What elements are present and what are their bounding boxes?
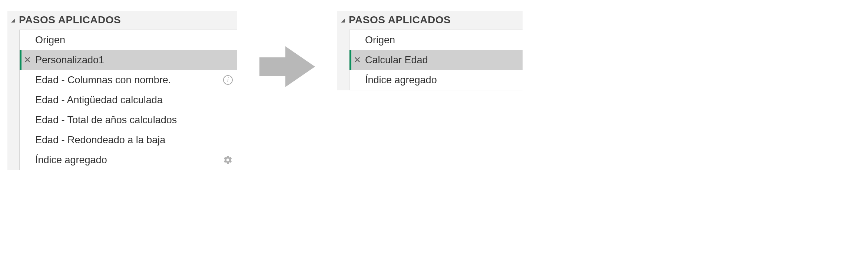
step-edad-total-anos[interactable]: Edad - Total de años calculados	[20, 110, 237, 130]
panel-title: PASOS APLICADOS	[349, 14, 451, 26]
step-label: Índice agregado	[35, 154, 221, 166]
step-label: Edad - Redondeado a la baja	[35, 134, 233, 146]
steps-list-before: Origen ✕ Personalizado1 Edad - Columnas …	[19, 30, 237, 170]
delete-step-icon[interactable]: ✕	[349, 55, 365, 65]
panel-header[interactable]: ◢ PASOS APLICADOS	[337, 11, 523, 28]
arrow-icon	[259, 44, 315, 89]
panel-header[interactable]: ◢ PASOS APLICADOS	[7, 11, 237, 28]
step-calcular-edad[interactable]: ✕ Calcular Edad	[349, 50, 523, 70]
step-label: Calcular Edad	[365, 54, 518, 66]
info-icon[interactable]: i	[223, 75, 233, 85]
step-indice-agregado[interactable]: Índice agregado	[20, 150, 237, 170]
step-label: Índice agregado	[365, 74, 518, 86]
step-edad-redondeado[interactable]: Edad - Redondeado a la baja	[20, 130, 237, 150]
step-label: Edad - Total de años calculados	[35, 114, 233, 126]
step-edad-columnas[interactable]: Edad - Columnas con nombre. i	[20, 70, 237, 90]
step-personalizado1[interactable]: ✕ Personalizado1	[20, 50, 237, 70]
applied-steps-panel-before: ◢ PASOS APLICADOS Origen ✕ Personalizado…	[7, 11, 237, 170]
panel-title: PASOS APLICADOS	[19, 14, 121, 26]
collapse-icon[interactable]: ◢	[11, 17, 15, 23]
step-edad-antiguedad[interactable]: Edad - Antigüedad calculada	[20, 90, 237, 110]
step-label: Origen	[35, 34, 233, 46]
step-origen[interactable]: Origen	[20, 30, 237, 50]
applied-steps-panel-after: ◢ PASOS APLICADOS Origen ✕ Calcular Edad…	[337, 11, 523, 90]
step-label: Edad - Columnas con nombre.	[35, 74, 221, 86]
svg-marker-0	[259, 46, 315, 87]
step-indice-agregado[interactable]: Índice agregado	[349, 70, 523, 90]
step-label: Origen	[365, 34, 518, 46]
step-label: Edad - Antigüedad calculada	[35, 94, 233, 106]
step-origen[interactable]: Origen	[349, 30, 523, 50]
collapse-icon[interactable]: ◢	[341, 17, 345, 23]
gear-icon[interactable]	[223, 155, 233, 165]
steps-list-after: Origen ✕ Calcular Edad Índice agregado	[349, 30, 523, 90]
step-label: Personalizado1	[35, 54, 233, 66]
delete-step-icon[interactable]: ✕	[20, 55, 35, 65]
